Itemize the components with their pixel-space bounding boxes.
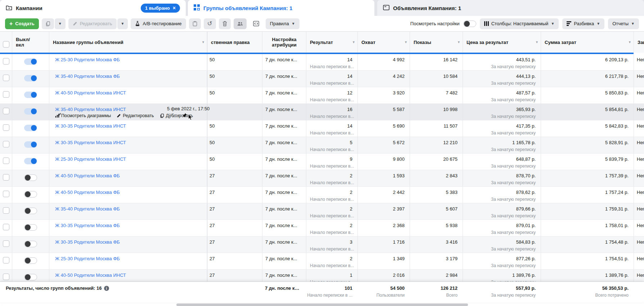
- sort-caret-icon[interactable]: ▼: [535, 40, 539, 44]
- row-checkbox[interactable]: [3, 274, 9, 280]
- row-checkbox[interactable]: [3, 75, 9, 81]
- sort-caret-icon[interactable]: ▼: [404, 40, 407, 44]
- adset-name-link[interactable]: Ж 30-35 Родители Москва ИНСТ: [55, 140, 207, 145]
- row-checkbox[interactable]: [3, 58, 9, 65]
- adset-name-link[interactable]: Ж 30-35 Родители Москва ФБ: [55, 239, 207, 245]
- adset-name-link[interactable]: Ж 35-40 Родители Москва ФБ: [55, 74, 207, 79]
- row-checkbox[interactable]: [3, 141, 9, 147]
- duplicate-dropdown-button[interactable]: ▼: [55, 18, 66, 29]
- header-cost-per-result[interactable]: Цена за результат▼: [463, 32, 541, 53]
- result-cell: 16Начало переписки в...: [306, 104, 357, 120]
- row-checkbox[interactable]: [3, 124, 9, 131]
- cost-per-result-cell: 365,93 р.За начатую переписку: [463, 104, 541, 120]
- header-attribution: Настройка атрибуции: [262, 32, 306, 53]
- row-checkbox[interactable]: [3, 91, 9, 98]
- result-cell: 14Начало переписки в...: [306, 71, 357, 87]
- assign-people-button[interactable]: [234, 18, 247, 29]
- delete-button[interactable]: [219, 18, 231, 29]
- adset-name-link[interactable]: Ж 40-50 Родители Москва ФБ: [55, 173, 207, 178]
- adset-toggle[interactable]: [24, 191, 37, 198]
- header-reach[interactable]: Охват▼: [357, 32, 410, 53]
- info-icon[interactable]: i: [104, 286, 109, 291]
- adset-name-link[interactable]: Ж 25-30 Родители Москва ИНСТ: [55, 156, 207, 162]
- toggle-knob: [25, 191, 31, 197]
- adset-name-link[interactable]: Ж 25-30 Родители Москва ФБ: [55, 256, 207, 261]
- export-button[interactable]: [249, 18, 263, 29]
- row-checkbox[interactable]: [3, 224, 9, 230]
- adset-toggle[interactable]: [24, 108, 37, 115]
- create-button[interactable]: + Создать: [5, 18, 39, 29]
- adset-toggle[interactable]: [24, 241, 37, 247]
- header-name[interactable]: Название группы объявлений▼: [49, 32, 207, 53]
- row-checkbox[interactable]: [3, 240, 9, 247]
- adset-toggle[interactable]: [24, 58, 37, 65]
- adset-name-link[interactable]: Ж 35-40 Родители Москва ФБ: [55, 206, 207, 212]
- adset-name-link[interactable]: Ж 40-50 Родители Москва ИНСТ: [55, 90, 207, 96]
- tab-ads[interactable]: Объявления Кампания: 1: [377, 0, 644, 16]
- row-action-edit[interactable]: Редактировать: [117, 113, 154, 118]
- reports-button[interactable]: Отчеты ▼: [608, 18, 639, 29]
- result-sub-label: Начало переписки в...: [306, 130, 357, 136]
- ends-cell: Неп: [634, 220, 644, 236]
- adset-toggle[interactable]: [24, 274, 37, 280]
- columns-button[interactable]: Столбцы: Настраиваемый ▼: [480, 18, 559, 29]
- pin-icon[interactable]: [182, 113, 187, 119]
- row-checkbox[interactable]: [3, 108, 9, 114]
- duplicate-button[interactable]: [42, 18, 54, 29]
- row-checkbox[interactable]: [3, 191, 9, 197]
- row-checkbox[interactable]: [3, 158, 9, 164]
- ab-test-button[interactable]: A/B-тестирование: [131, 18, 186, 29]
- sort-caret-icon[interactable]: ▼: [628, 40, 631, 44]
- adset-toggle[interactable]: [24, 75, 37, 81]
- row-toggle-cell: [12, 87, 49, 103]
- toggle-knob: [31, 92, 37, 98]
- paste-button[interactable]: [189, 18, 201, 29]
- tab-adsets[interactable]: Группы объявлений Кампания: 1: [188, 0, 374, 16]
- adset-toggle[interactable]: [24, 141, 37, 148]
- rules-button[interactable]: Правила ▼: [266, 18, 300, 29]
- sort-caret-icon[interactable]: ▼: [352, 40, 355, 44]
- header-impressions[interactable]: Показы▼: [410, 32, 463, 53]
- horizontal-scrollbar[interactable]: [176, 303, 468, 306]
- amount-spent-value: 1 757,39 р.: [541, 173, 634, 178]
- adset-toggle[interactable]: [24, 224, 37, 231]
- adset-toggle[interactable]: [24, 257, 37, 264]
- attribution-cell: 7 дн. после к...: [262, 71, 306, 87]
- adset-name-link[interactable]: Ж 40-50 Родители Москва ФБ: [55, 190, 207, 195]
- ends-cell: Неп: [634, 154, 644, 170]
- sort-caret-icon[interactable]: ▼: [202, 40, 205, 44]
- adset-name-link[interactable]: Ж 30-35 Родители Москва ФБ: [55, 223, 207, 228]
- undo-button[interactable]: ↺: [204, 18, 216, 29]
- adset-toggle[interactable]: [24, 208, 37, 214]
- footer-cpr-value: 557,93 р.: [463, 285, 541, 291]
- reach-cell: 2 368: [357, 220, 410, 236]
- badge-close-icon[interactable]: ×: [173, 5, 176, 10]
- adset-name-link[interactable]: Ж 25-30 Родители Москва ФБ: [55, 57, 207, 62]
- amount-spent-cell: 5 850,83 р.: [541, 87, 634, 103]
- trash-icon: [222, 21, 227, 26]
- footer-title-cell: Результаты, число групп объявлений: 16 i: [0, 282, 207, 302]
- reach-cell: 1 593: [357, 170, 410, 186]
- adset-toggle[interactable]: [24, 125, 37, 131]
- adset-name-cell: Ж 40-50 Родители Москва ИНСТ: [49, 87, 207, 103]
- breakdown-button[interactable]: Разбивка ▼: [562, 18, 604, 29]
- adset-toggle[interactable]: [24, 158, 37, 164]
- row-checkbox[interactable]: [3, 257, 9, 263]
- edit-dropdown-button[interactable]: ▼: [117, 18, 128, 29]
- adset-toggle[interactable]: [24, 92, 37, 98]
- row-checkbox[interactable]: [3, 174, 9, 181]
- adset-name-link[interactable]: Ж 30-35 Родители Москва ИНСТ: [55, 123, 207, 129]
- row-checkbox[interactable]: [3, 207, 9, 214]
- adset-name-link[interactable]: Ж 40-50 Родители Москва ИНСТ: [55, 272, 207, 278]
- header-amount-spent[interactable]: Сумма затрат▼: [541, 32, 634, 53]
- toolbar: + Создать ▼ Редактировать ▼ A/B-тестиров…: [0, 16, 644, 32]
- tab-campaigns[interactable]: Кампании 1 выбрано ×: [0, 0, 186, 16]
- header-result[interactable]: Результат▼: [306, 32, 357, 53]
- adset-toggle[interactable]: [24, 174, 37, 181]
- select-all-checkbox[interactable]: [3, 41, 9, 48]
- edit-button[interactable]: Редактировать: [68, 18, 117, 29]
- header-last-edit[interactable]: ственная правка: [207, 32, 262, 53]
- sort-caret-icon[interactable]: ▼: [457, 40, 460, 44]
- row-action-view-charts[interactable]: Посмотреть диаграммы: [55, 113, 111, 118]
- view-settings-toggle[interactable]: [463, 21, 476, 27]
